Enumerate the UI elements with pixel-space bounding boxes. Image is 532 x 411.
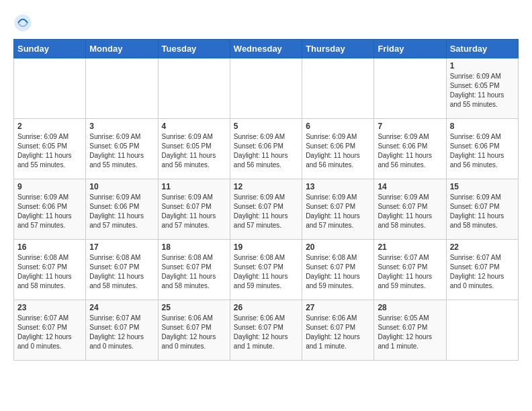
calendar-body: 1Sunrise: 6:09 AM Sunset: 6:05 PM Daylig… <box>14 58 519 361</box>
day-number: 27 <box>306 303 370 312</box>
day-cell: 27Sunrise: 6:06 AM Sunset: 6:07 PM Dayli… <box>302 300 374 361</box>
day-cell: 4Sunrise: 6:09 AM Sunset: 6:05 PM Daylig… <box>158 119 230 179</box>
day-info: Sunrise: 6:09 AM Sunset: 6:05 PM Dayligh… <box>162 132 226 170</box>
day-cell <box>86 58 158 119</box>
day-number: 9 <box>17 182 82 191</box>
day-info: Sunrise: 6:09 AM Sunset: 6:06 PM Dayligh… <box>17 193 82 230</box>
day-info: Sunrise: 6:09 AM Sunset: 6:06 PM Dayligh… <box>378 132 442 170</box>
day-number: 26 <box>234 303 298 312</box>
day-cell: 9Sunrise: 6:09 AM Sunset: 6:06 PM Daylig… <box>14 179 86 240</box>
calendar-header: SundayMondayTuesdayWednesdayThursdayFrid… <box>14 40 519 58</box>
day-info: Sunrise: 6:09 AM Sunset: 6:05 PM Dayligh… <box>17 132 82 170</box>
day-info: Sunrise: 6:07 AM Sunset: 6:07 PM Dayligh… <box>89 314 154 351</box>
week-row-1: 1Sunrise: 6:09 AM Sunset: 6:05 PM Daylig… <box>14 58 519 119</box>
logo-icon <box>13 13 32 32</box>
day-info: Sunrise: 6:07 AM Sunset: 6:07 PM Dayligh… <box>450 253 515 291</box>
day-info: Sunrise: 6:09 AM Sunset: 6:07 PM Dayligh… <box>306 193 370 230</box>
day-number: 12 <box>234 182 298 191</box>
day-cell: 18Sunrise: 6:08 AM Sunset: 6:07 PM Dayli… <box>158 240 230 300</box>
day-cell: 16Sunrise: 6:08 AM Sunset: 6:07 PM Dayli… <box>14 240 86 300</box>
day-number: 21 <box>378 242 442 252</box>
day-info: Sunrise: 6:08 AM Sunset: 6:07 PM Dayligh… <box>17 253 82 291</box>
day-number: 24 <box>89 303 154 312</box>
day-cell: 6Sunrise: 6:09 AM Sunset: 6:06 PM Daylig… <box>302 119 374 179</box>
day-cell: 7Sunrise: 6:09 AM Sunset: 6:06 PM Daylig… <box>374 119 446 179</box>
week-row-4: 16Sunrise: 6:08 AM Sunset: 6:07 PM Dayli… <box>14 240 519 300</box>
day-cell: 13Sunrise: 6:09 AM Sunset: 6:07 PM Dayli… <box>302 179 374 240</box>
day-cell <box>374 58 446 119</box>
day-cell: 11Sunrise: 6:09 AM Sunset: 6:07 PM Dayli… <box>158 179 230 240</box>
weekday-header-sunday: Sunday <box>14 40 86 58</box>
day-info: Sunrise: 6:08 AM Sunset: 6:07 PM Dayligh… <box>306 253 370 291</box>
day-number: 13 <box>306 182 370 191</box>
day-number: 3 <box>89 122 154 131</box>
day-number: 10 <box>89 182 154 191</box>
week-row-5: 23Sunrise: 6:07 AM Sunset: 6:07 PM Dayli… <box>14 300 519 361</box>
day-cell <box>302 58 374 119</box>
weekday-header-thursday: Thursday <box>302 40 374 58</box>
day-number: 11 <box>162 182 226 191</box>
day-info: Sunrise: 6:08 AM Sunset: 6:07 PM Dayligh… <box>234 253 298 291</box>
day-info: Sunrise: 6:09 AM Sunset: 6:07 PM Dayligh… <box>378 193 442 230</box>
day-cell: 15Sunrise: 6:09 AM Sunset: 6:07 PM Dayli… <box>446 179 518 240</box>
day-cell: 1Sunrise: 6:09 AM Sunset: 6:05 PM Daylig… <box>446 58 518 119</box>
day-number: 19 <box>234 242 298 252</box>
calendar-table: SundayMondayTuesdayWednesdayThursdayFrid… <box>13 39 519 361</box>
day-cell: 12Sunrise: 6:09 AM Sunset: 6:07 PM Dayli… <box>230 179 302 240</box>
day-info: Sunrise: 6:07 AM Sunset: 6:07 PM Dayligh… <box>17 314 82 351</box>
day-info: Sunrise: 6:08 AM Sunset: 6:07 PM Dayligh… <box>89 253 154 291</box>
day-cell: 17Sunrise: 6:08 AM Sunset: 6:07 PM Dayli… <box>86 240 158 300</box>
day-number: 28 <box>378 303 442 312</box>
weekday-header-wednesday: Wednesday <box>230 40 302 58</box>
day-number: 16 <box>17 242 82 252</box>
logo <box>13 13 34 32</box>
week-row-3: 9Sunrise: 6:09 AM Sunset: 6:06 PM Daylig… <box>14 179 519 240</box>
day-number: 23 <box>17 303 82 312</box>
day-info: Sunrise: 6:09 AM Sunset: 6:07 PM Dayligh… <box>162 193 226 230</box>
week-row-2: 2Sunrise: 6:09 AM Sunset: 6:05 PM Daylig… <box>14 119 519 179</box>
day-number: 1 <box>450 61 515 71</box>
page-header <box>13 13 519 32</box>
day-info: Sunrise: 6:08 AM Sunset: 6:07 PM Dayligh… <box>162 253 226 291</box>
day-cell <box>14 58 86 119</box>
day-info: Sunrise: 6:09 AM Sunset: 6:06 PM Dayligh… <box>306 132 370 170</box>
day-number: 25 <box>162 303 226 312</box>
weekday-header-monday: Monday <box>86 40 158 58</box>
day-info: Sunrise: 6:07 AM Sunset: 6:07 PM Dayligh… <box>378 253 442 291</box>
day-info: Sunrise: 6:09 AM Sunset: 6:07 PM Dayligh… <box>234 193 298 230</box>
day-cell: 28Sunrise: 6:05 AM Sunset: 6:07 PM Dayli… <box>374 300 446 361</box>
day-cell: 20Sunrise: 6:08 AM Sunset: 6:07 PM Dayli… <box>302 240 374 300</box>
day-info: Sunrise: 6:09 AM Sunset: 6:07 PM Dayligh… <box>450 193 515 230</box>
day-cell: 2Sunrise: 6:09 AM Sunset: 6:05 PM Daylig… <box>14 119 86 179</box>
day-cell: 14Sunrise: 6:09 AM Sunset: 6:07 PM Dayli… <box>374 179 446 240</box>
day-cell: 23Sunrise: 6:07 AM Sunset: 6:07 PM Dayli… <box>14 300 86 361</box>
day-cell <box>446 300 518 361</box>
day-number: 8 <box>450 122 515 131</box>
weekday-header-friday: Friday <box>374 40 446 58</box>
day-info: Sunrise: 6:06 AM Sunset: 6:07 PM Dayligh… <box>162 314 226 351</box>
day-number: 4 <box>162 122 226 131</box>
day-cell <box>230 58 302 119</box>
day-info: Sunrise: 6:09 AM Sunset: 6:06 PM Dayligh… <box>234 132 298 170</box>
day-number: 17 <box>89 242 154 252</box>
day-number: 18 <box>162 242 226 252</box>
day-number: 5 <box>234 122 298 131</box>
weekday-header-saturday: Saturday <box>446 40 518 58</box>
day-cell: 10Sunrise: 6:09 AM Sunset: 6:06 PM Dayli… <box>86 179 158 240</box>
weekday-header-row: SundayMondayTuesdayWednesdayThursdayFrid… <box>14 40 519 58</box>
day-info: Sunrise: 6:09 AM Sunset: 6:06 PM Dayligh… <box>89 193 154 230</box>
day-cell: 5Sunrise: 6:09 AM Sunset: 6:06 PM Daylig… <box>230 119 302 179</box>
day-number: 6 <box>306 122 370 131</box>
day-cell: 22Sunrise: 6:07 AM Sunset: 6:07 PM Dayli… <box>446 240 518 300</box>
day-number: 7 <box>378 122 442 131</box>
day-number: 20 <box>306 242 370 252</box>
day-info: Sunrise: 6:09 AM Sunset: 6:05 PM Dayligh… <box>450 72 515 109</box>
day-cell: 26Sunrise: 6:06 AM Sunset: 6:07 PM Dayli… <box>230 300 302 361</box>
svg-point-0 <box>14 14 31 31</box>
day-number: 15 <box>450 182 515 191</box>
day-cell: 24Sunrise: 6:07 AM Sunset: 6:07 PM Dayli… <box>86 300 158 361</box>
day-number: 22 <box>450 242 515 252</box>
day-cell: 8Sunrise: 6:09 AM Sunset: 6:06 PM Daylig… <box>446 119 518 179</box>
day-cell: 21Sunrise: 6:07 AM Sunset: 6:07 PM Dayli… <box>374 240 446 300</box>
day-number: 2 <box>17 122 82 131</box>
